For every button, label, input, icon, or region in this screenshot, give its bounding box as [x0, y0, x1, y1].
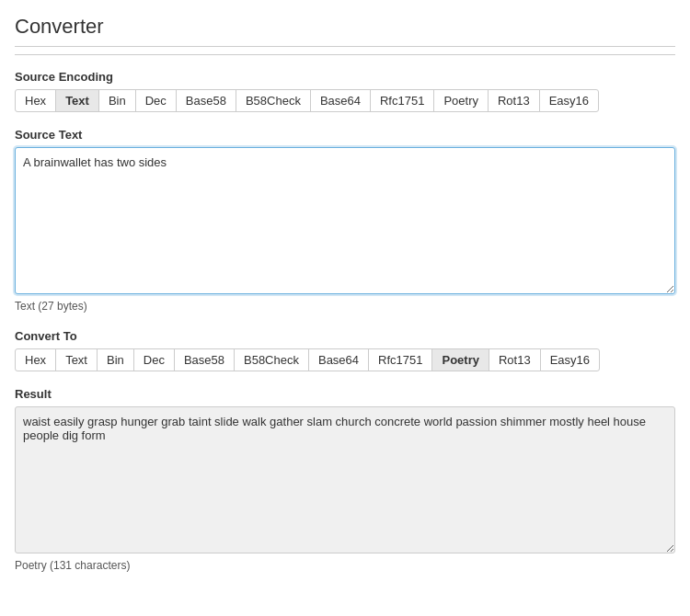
source-encoding-tab-text[interactable]: Text	[55, 89, 99, 112]
convert-to-tab-b58check[interactable]: B58Check	[234, 348, 309, 371]
source-encoding-tab-base58[interactable]: Base58	[176, 89, 236, 112]
page-container: Converter Source Encoding HexTextBinDecB…	[0, 0, 690, 587]
convert-to-tab-text[interactable]: Text	[55, 348, 98, 371]
source-encoding-tab-hex[interactable]: Hex	[15, 89, 56, 112]
source-text-label: Source Text	[15, 128, 675, 142]
convert-to-tab-base58[interactable]: Base58	[174, 348, 235, 371]
convert-to-tab-hex[interactable]: Hex	[15, 348, 56, 371]
source-encoding-tabs: HexTextBinDecBase58B58CheckBase64Rfc1751…	[15, 89, 675, 111]
convert-to-tab-dec[interactable]: Dec	[133, 348, 175, 371]
convert-to-tabs: HexTextBinDecBase58B58CheckBase64Rfc1751…	[15, 348, 675, 371]
convert-to-tab-easy16[interactable]: Easy16	[540, 348, 600, 371]
convert-to-tab-rfc1751[interactable]: Rfc1751	[368, 348, 432, 371]
source-encoding-tab-easy16[interactable]: Easy16	[539, 89, 599, 112]
source-encoding-tab-rfc1751[interactable]: Rfc1751	[370, 89, 434, 112]
source-encoding-tab-rot13[interactable]: Rot13	[488, 89, 540, 112]
result-info: Poetry (131 characters)	[15, 559, 675, 572]
source-text-input[interactable]	[15, 147, 675, 294]
source-encoding-tab-bin[interactable]: Bin	[98, 89, 136, 112]
convert-to-tab-bin[interactable]: Bin	[97, 348, 134, 371]
source-encoding-tab-base64[interactable]: Base64	[310, 89, 371, 112]
source-encoding-tab-b58check[interactable]: B58Check	[236, 89, 311, 112]
title-divider	[15, 54, 675, 55]
convert-to-tab-poetry[interactable]: Poetry	[431, 348, 489, 371]
source-encoding-tab-dec[interactable]: Dec	[135, 89, 177, 112]
result-textarea[interactable]	[15, 406, 675, 553]
convert-to-label: Convert To	[15, 329, 675, 343]
convert-to-tab-base64[interactable]: Base64	[308, 348, 369, 371]
result-label: Result	[15, 387, 675, 401]
source-byte-info: Text (27 bytes)	[15, 300, 675, 313]
page-title: Converter	[15, 15, 675, 47]
source-encoding-tab-poetry[interactable]: Poetry	[433, 89, 489, 112]
convert-to-tab-rot13[interactable]: Rot13	[489, 348, 541, 371]
source-encoding-label: Source Encoding	[15, 70, 675, 84]
